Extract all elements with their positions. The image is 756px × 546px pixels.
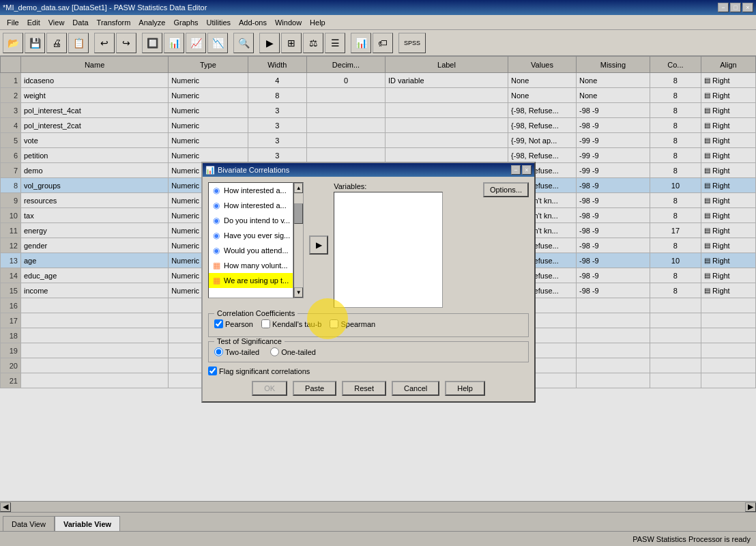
pearson-input[interactable] [214, 319, 223, 328]
flag-input[interactable] [208, 367, 217, 375]
menu-addons[interactable]: Add-ons [235, 17, 271, 28]
menu-analyze[interactable]: Analyze [134, 17, 169, 28]
insert-cases-btn[interactable]: 📈 [186, 33, 206, 53]
print-btn[interactable]: 🖨 [46, 33, 67, 53]
menu-help[interactable]: Help [306, 17, 330, 28]
one-tailed-input[interactable] [270, 347, 279, 356]
recall-btn[interactable]: 📋 [68, 33, 89, 53]
dialog-title-bar: 📊 Bivariate Correlations − × [203, 163, 534, 177]
dialog-title-icon: 📊 [205, 166, 215, 175]
var-item-label: How interested a... [224, 186, 287, 195]
bivariate-correlations-dialog: 📊 Bivariate Correlations − × ◉ [201, 162, 536, 403]
weight-btn[interactable]: ⚖ [303, 33, 323, 53]
minimize-btn[interactable]: − [718, 3, 729, 12]
var-list-item[interactable]: ◉ How interested a... [209, 183, 293, 198]
close-btn[interactable]: × [742, 3, 753, 12]
title-text: *MI_demo_data.sav [DataSet1] - PASW Stat… [3, 3, 207, 12]
redo-btn[interactable]: ↪ [116, 33, 136, 53]
kendall-input[interactable] [261, 319, 270, 328]
flag-label: Flag significant correlations [219, 367, 310, 375]
reset-button[interactable]: Reset [342, 381, 386, 396]
cancel-button[interactable]: Cancel [392, 381, 439, 396]
one-tailed-label: One-tailed [281, 348, 316, 356]
gotovar-btn[interactable]: 📊 [164, 33, 184, 53]
menu-data[interactable]: Data [68, 17, 92, 28]
goto-btn[interactable]: 🔲 [142, 33, 162, 53]
var-list-item[interactable]: ▦ How many volunt... [209, 258, 293, 273]
significance-section: Test of Significance Two-tailed One-tail… [208, 341, 529, 362]
var-icon: ◉ [212, 186, 221, 195]
help-button[interactable]: Help [445, 381, 485, 396]
maximize-btn[interactable]: □ [730, 3, 741, 12]
spearman-checkbox[interactable]: Spearman [330, 319, 375, 328]
var-list-item[interactable]: ◉ Do you intend to v... [209, 213, 293, 228]
var-list-item[interactable]: ▦ We are using up t... [209, 273, 293, 288]
menu-file[interactable]: File [3, 17, 23, 28]
var-icon: ▦ [212, 261, 221, 270]
window-controls: − □ × [718, 3, 753, 12]
ok-button[interactable]: OK [252, 381, 287, 396]
open-btn[interactable]: 📂 [3, 33, 23, 53]
var-item-label: How many volunt... [224, 261, 288, 270]
find-btn[interactable]: 🔍 [233, 33, 254, 53]
scroll-down-btn[interactable]: ▼ [294, 287, 303, 298]
source-var-list[interactable]: ◉ How interested a... ◉ How interested a… [208, 182, 293, 298]
split-file-btn[interactable]: ⊞ [281, 33, 302, 53]
variables-label: Variables: [334, 182, 443, 190]
dialog-body: ◉ How interested a... ◉ How interested a… [203, 177, 534, 401]
menu-utilities[interactable]: Utilities [203, 17, 235, 28]
flag-row: Flag significant correlations [208, 367, 529, 375]
flag-checkbox[interactable]: Flag significant correlations [208, 367, 529, 375]
menu-edit[interactable]: Edit [23, 17, 44, 28]
var-list-item[interactable]: ◉ How interested a... [209, 198, 293, 213]
spearman-input[interactable] [330, 319, 338, 328]
var-item-label: Would you attend... [224, 246, 289, 255]
var-icon: ◉ [212, 246, 221, 255]
target-var-list[interactable] [334, 192, 443, 308]
save-btn[interactable]: 💾 [25, 33, 45, 53]
one-tailed-radio[interactable]: One-tailed [270, 347, 316, 356]
select-cases-btn[interactable]: ☰ [325, 33, 345, 53]
dialog-title-text: Bivariate Correlations [218, 166, 289, 174]
correlation-section-label: Correlation Coefficients [214, 309, 297, 317]
run-btn[interactable]: ▶ [259, 33, 280, 53]
title-bar: *MI_demo_data.sav [DataSet1] - PASW Stat… [0, 0, 756, 15]
var-item-label: Do you intend to v... [224, 216, 290, 225]
transfer-btn[interactable]: ▶ [309, 235, 328, 255]
spss-logo: SPSS [398, 33, 426, 53]
var-icon: ◉ [212, 231, 221, 240]
var-icon: ◉ [212, 201, 221, 210]
menu-view[interactable]: View [44, 17, 69, 28]
kendall-label: Kendall's tau-b [272, 320, 321, 328]
significance-radios: Two-tailed One-tailed [214, 347, 523, 356]
value-labels-btn[interactable]: 🏷 [373, 33, 393, 53]
dialog-minimize-btn[interactable]: − [511, 165, 521, 175]
scroll-thumb[interactable] [294, 203, 303, 224]
spearman-label: Spearman [340, 320, 375, 328]
scroll-up-btn[interactable]: ▲ [294, 183, 303, 193]
var-list-item[interactable]: ◉ Have you ever sig... [209, 228, 293, 243]
var-list-item[interactable]: ◉ Would you attend... [209, 243, 293, 258]
vars-row: ◉ How interested a... ◉ How interested a… [208, 182, 529, 308]
menu-graphs[interactable]: Graphs [169, 17, 202, 28]
target-vars-container: Variables: Options... [334, 182, 529, 308]
chart-btn[interactable]: 📊 [351, 33, 371, 53]
options-button[interactable]: Options... [483, 182, 529, 197]
menu-transform[interactable]: Transform [93, 17, 135, 28]
dialog-buttons: OK Paste Reset Cancel Help [208, 381, 529, 396]
menu-bar: File Edit View Data Transform Analyze Gr… [0, 15, 756, 30]
source-vars-container: ◉ How interested a... ◉ How interested a… [208, 182, 304, 308]
two-tailed-radio[interactable]: Two-tailed [214, 347, 259, 356]
correlation-section: Correlation Coefficients Pearson Kendall… [208, 313, 529, 337]
two-tailed-input[interactable] [214, 347, 223, 356]
var-list-scrollbar[interactable]: ▲ ▼ [293, 182, 304, 298]
kendall-checkbox[interactable]: Kendall's tau-b [261, 319, 321, 328]
var-icon: ▦ [212, 276, 221, 285]
menu-window[interactable]: Window [271, 17, 306, 28]
insert-var-btn[interactable]: 📉 [207, 33, 228, 53]
pearson-checkbox[interactable]: Pearson [214, 319, 253, 328]
paste-button[interactable]: Paste [293, 381, 336, 396]
dialog-close-btn[interactable]: × [522, 165, 532, 175]
undo-btn[interactable]: ↩ [94, 33, 115, 53]
two-tailed-label: Two-tailed [225, 348, 259, 356]
